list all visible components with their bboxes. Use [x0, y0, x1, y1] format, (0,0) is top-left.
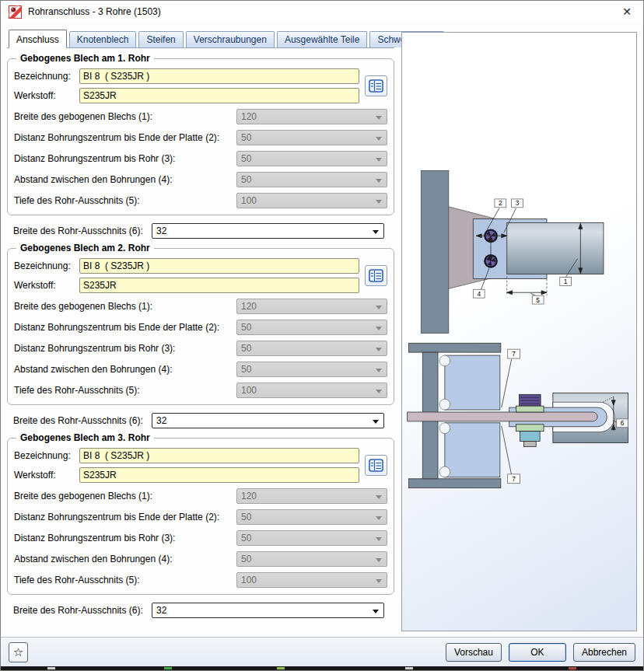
catalog-button[interactable] [365, 75, 387, 96]
preview-panel: 2 3 1 4 5 [401, 32, 637, 631]
param-combobox: 100 [236, 193, 387, 208]
param-row: Abstand zwischen den Bohrungen (4): 50 [14, 551, 387, 567]
callout-4: 4 [477, 290, 481, 298]
werkstoff-label: Werkstoff: [14, 90, 79, 101]
group-title: Gebogenes Blech am 1. Rohr [16, 53, 154, 64]
bezeichnung-label: Bezeichnung: [14, 450, 79, 461]
param-label: Distanz Bohrungszentrum bis Rohr (3): [14, 343, 224, 354]
param-label: Tiefe des Rohr-Ausschnits (5): [14, 575, 224, 585]
abbrechen-button[interactable]: Abbrechen [573, 643, 635, 662]
werkstoff-input[interactable] [79, 88, 359, 103]
cutout-row: Breite des Rohr-Ausschnits (6): 32 [13, 222, 384, 239]
param-combobox: 50 [236, 551, 387, 567]
werkstoff-label: Werkstoff: [14, 470, 79, 481]
title-bar: Rohranschluss - 3 Rohre (1503) ✕ [1, 1, 643, 23]
param-label: Distanz Bohrungszentrum bis Ende der Pla… [14, 132, 224, 143]
window-title: Rohranschluss - 3 Rohre (1503) [28, 6, 615, 17]
werkstoff-input[interactable] [79, 278, 359, 293]
catalog-icon [369, 459, 383, 472]
callout-7-bottom: 7 [512, 475, 516, 483]
cutout-row: Breite des Rohr-Ausschnits (6): 32 [13, 602, 384, 619]
param-row: Distanz Bohrungszentrum bis Rohr (3): 50 [14, 341, 387, 356]
param-row: Distanz Bohrungszentrum bis Ende der Pla… [14, 320, 387, 335]
group-blech-rohr-3: Gebogenes Blech am 3. Rohr Bezeichnung: [7, 438, 394, 595]
param-combobox: 50 [236, 509, 387, 525]
background-taskbar-sliver [1, 666, 643, 670]
param-combobox: 50 [236, 172, 387, 187]
callout-7-top: 7 [512, 350, 516, 358]
param-row: Breite des gebogenen Blechs (1): 120 [14, 109, 387, 124]
close-button[interactable]: ✕ [615, 3, 639, 20]
param-label: Breite des gebogenen Blechs (1): [14, 491, 224, 502]
cutout-combobox[interactable]: 32 [152, 413, 384, 428]
param-label: Distanz Bohrungszentrum bis Ende der Pla… [14, 322, 224, 333]
param-row: Distanz Bohrungszentrum bis Rohr (3): 50 [14, 530, 387, 546]
cutout-combobox[interactable]: 32 [152, 223, 384, 239]
param-label: Breite des gebogenen Blechs (1): [14, 111, 224, 122]
connection-preview-drawing: 2 3 1 4 5 [404, 34, 635, 629]
param-row: Abstand zwischen den Bohrungen (4): 50 [14, 362, 387, 377]
callout-1: 1 [564, 278, 568, 285]
dialog-body: Anschluss Knotenblech Steifen Verschraub… [1, 23, 643, 637]
bezeichnung-input[interactable] [79, 68, 359, 84]
param-combobox: 50 [236, 151, 387, 166]
param-label: Tiefe des Rohr-Ausschnits (5): [14, 195, 224, 206]
catalog-icon [369, 79, 383, 93]
callout-2: 2 [499, 199, 502, 207]
param-combobox: 50 [236, 320, 387, 335]
favorite-star-button[interactable]: ☆ [9, 642, 28, 662]
cutout-row: Breite des Rohr-Ausschnits (6): 32 [13, 412, 384, 429]
param-row: Breite des gebogenen Blechs (1): 120 [14, 299, 387, 314]
tab-anschluss[interactable]: Anschluss [9, 30, 67, 48]
param-combobox: 120 [236, 109, 387, 124]
group-title: Gebogenes Blech am 3. Rohr [16, 432, 154, 443]
tab-ausgewaehlte-teile[interactable]: Ausgewählte Teile [277, 31, 368, 47]
cutout-combobox[interactable]: 32 [152, 603, 384, 618]
werkstoff-input[interactable] [79, 467, 359, 483]
param-row: Distanz Bohrungszentrum bis Ende der Pla… [14, 509, 387, 525]
param-row: Tiefe des Rohr-Ausschnits (5): 100 [14, 383, 387, 398]
param-label: Abstand zwischen den Bohrungen (4): [14, 364, 224, 375]
werkstoff-label: Werkstoff: [14, 280, 79, 291]
bezeichnung-label: Bezeichnung: [14, 260, 79, 271]
param-combobox: 50 [236, 530, 387, 546]
bezeichnung-label: Bezeichnung: [14, 71, 79, 82]
catalog-button[interactable] [365, 455, 387, 476]
ok-button[interactable]: OK [509, 643, 566, 662]
preview-section-view: 7 7 6 [408, 343, 628, 488]
taskbar-fragment [164, 667, 172, 669]
form-column: Anschluss Knotenblech Steifen Verschraub… [7, 23, 394, 637]
bezeichnung-input[interactable] [79, 448, 359, 463]
param-combobox: 100 [236, 383, 387, 398]
group-blech-rohr-1: Gebogenes Blech am 1. Rohr Bezeichnung: [7, 58, 394, 215]
tab-verschraubungen[interactable]: Verschraubungen [186, 31, 275, 47]
catalog-icon [369, 269, 383, 282]
catalog-button[interactable] [365, 265, 387, 286]
param-row: Distanz Bohrungszentrum bis Rohr (3): 50 [14, 151, 387, 166]
param-combobox: 120 [236, 299, 387, 314]
bezeichnung-input[interactable] [79, 258, 359, 274]
tab-knotenblech[interactable]: Knotenblech [69, 31, 137, 47]
param-combobox: 50 [236, 130, 387, 145]
param-row: Tiefe des Rohr-Ausschnits (5): 100 [14, 572, 387, 588]
param-label: Tiefe des Rohr-Ausschnits (5): [14, 385, 224, 396]
tab-steifen[interactable]: Steifen [138, 31, 183, 47]
param-label: Abstand zwischen den Bohrungen (4): [14, 174, 224, 185]
param-label: Distanz Bohrungszentrum bis Rohr (3): [14, 153, 224, 164]
callout-5: 5 [536, 296, 540, 304]
callout-3: 3 [516, 199, 520, 207]
param-combobox: 100 [236, 572, 387, 588]
component-icon [9, 5, 22, 19]
param-combobox: 50 [236, 362, 387, 377]
cutout-label: Breite des Rohr-Ausschnits (6): [13, 415, 152, 426]
group-blech-rohr-2: Gebogenes Blech am 2. Rohr Bezeichnung: [7, 248, 394, 405]
param-row: Abstand zwischen den Bohrungen (4): 50 [14, 172, 387, 187]
group-title: Gebogenes Blech am 2. Rohr [16, 243, 154, 253]
param-row: Distanz Bohrungszentrum bis Ende der Pla… [14, 130, 387, 145]
vorschau-button[interactable]: Vorschau [446, 643, 502, 662]
cutout-label: Breite des Rohr-Ausschnits (6): [13, 605, 152, 616]
param-label: Breite des gebogenen Blechs (1): [14, 301, 224, 312]
taskbar-fragment [277, 667, 285, 669]
param-label: Distanz Bohrungszentrum bis Ende der Pla… [14, 512, 224, 522]
param-combobox: 120 [236, 488, 387, 504]
